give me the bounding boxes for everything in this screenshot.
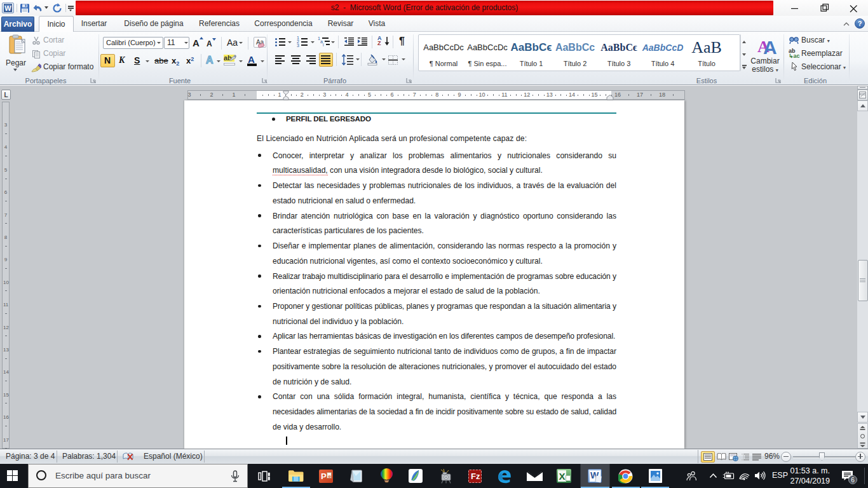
svg-text:A: A bbox=[763, 37, 777, 55]
